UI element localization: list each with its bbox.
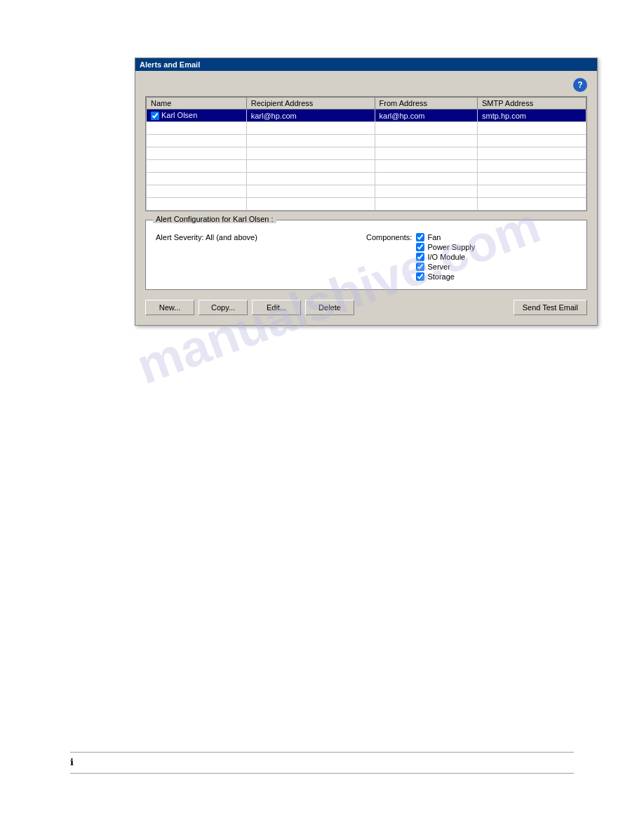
- cell-empty: [246, 185, 375, 198]
- cell-empty: [147, 173, 247, 185]
- cell-empty: [147, 135, 247, 147]
- cell-empty: [478, 147, 586, 160]
- table-header-row: Name Recipient Address From Address SMTP…: [147, 98, 586, 110]
- component-checkbox[interactable]: [416, 263, 424, 271]
- buttons-wrapper: New... Copy... Edit... Delete Send Test …: [145, 300, 587, 315]
- component-checkbox[interactable]: [416, 233, 424, 241]
- cell-empty: [147, 198, 247, 211]
- col-name: Name: [147, 98, 247, 110]
- component-label: Power Supply: [427, 243, 475, 251]
- cell-empty: [147, 122, 247, 135]
- cell-empty: [375, 160, 478, 173]
- dialog-body: ? Name Recipient Address From Address SM…: [135, 71, 597, 325]
- cell-empty: [478, 198, 586, 211]
- cell-empty: [478, 185, 586, 198]
- help-icon-row: ?: [145, 78, 587, 92]
- col-from: From Address: [375, 98, 478, 110]
- component-row: Server: [416, 263, 475, 271]
- cell-empty: [478, 122, 586, 135]
- dialog-titlebar: Alerts and Email: [135, 58, 597, 71]
- cell-recipient: karl@hp.com: [246, 110, 375, 122]
- cell-empty: [147, 185, 247, 198]
- component-label: Server: [427, 263, 450, 271]
- send-test-email-button[interactable]: Send Test Email: [514, 300, 587, 315]
- table-row-empty: [147, 185, 586, 198]
- table-row-empty: [147, 135, 586, 147]
- component-checkbox[interactable]: [416, 272, 424, 281]
- cell-empty: [375, 122, 478, 135]
- help-icon[interactable]: ?: [573, 78, 587, 92]
- table-row-empty: [147, 147, 586, 160]
- component-row: Fan: [416, 233, 475, 241]
- cell-smtp: smtp.hp.com: [478, 110, 586, 122]
- alert-severity-section: Alert Severity: All (and above): [156, 233, 366, 241]
- components-label: Components:: [366, 233, 412, 241]
- note-divider-bottom: [70, 773, 574, 774]
- cell-empty: [478, 173, 586, 185]
- alert-config-content: Alert Severity: All (and above) Componen…: [156, 227, 577, 282]
- note-content: ℹ: [70, 757, 574, 767]
- note-divider: [70, 752, 574, 753]
- note-section: ℹ: [70, 752, 574, 778]
- component-label: Fan: [427, 233, 441, 241]
- col-smtp: SMTP Address: [478, 98, 586, 110]
- cell-empty: [375, 135, 478, 147]
- component-label: Storage: [427, 272, 455, 281]
- table-row-empty: [147, 173, 586, 185]
- cell-empty: [147, 147, 247, 160]
- cell-empty: [375, 173, 478, 185]
- email-table-container: Name Recipient Address From Address SMTP…: [145, 96, 587, 211]
- component-checkbox[interactable]: [416, 253, 424, 261]
- cell-empty: [246, 173, 375, 185]
- new-button[interactable]: New...: [145, 300, 194, 315]
- cell-empty: [246, 122, 375, 135]
- table-row-empty: [147, 160, 586, 173]
- components-list: FanPower SupplyI/O ModuleServerStorage: [416, 233, 475, 282]
- col-recipient: Recipient Address: [246, 98, 375, 110]
- email-table: Name Recipient Address From Address SMTP…: [146, 97, 586, 211]
- component-row: Storage: [416, 272, 475, 281]
- cell-empty: [478, 160, 586, 173]
- table-row-empty: [147, 122, 586, 135]
- alert-severity-label: Alert Severity: All (and above): [156, 233, 257, 241]
- cell-empty: [246, 147, 375, 160]
- edit-button[interactable]: Edit...: [252, 300, 301, 315]
- cell-empty: [478, 135, 586, 147]
- note-icon: ℹ: [70, 757, 74, 767]
- cell-empty: [246, 160, 375, 173]
- component-checkbox[interactable]: [416, 243, 424, 251]
- components-inline: Components: FanPower SupplyI/O ModuleSer…: [366, 233, 577, 282]
- delete-button[interactable]: Delete: [305, 300, 354, 315]
- component-label: I/O Module: [427, 253, 465, 261]
- cell-empty: [375, 147, 478, 160]
- component-row: I/O Module: [416, 253, 475, 261]
- copy-button[interactable]: Copy...: [199, 300, 248, 315]
- dialog-title: Alerts and Email: [140, 60, 200, 69]
- components-section: Components: FanPower SupplyI/O ModuleSer…: [366, 233, 577, 282]
- buttons-row: New... Copy... Edit... Delete Send Test …: [145, 300, 587, 315]
- component-row: Power Supply: [416, 243, 475, 251]
- cell-empty: [147, 160, 247, 173]
- alert-config-box: Alert Configuration for Karl Olsen : Ale…: [145, 220, 587, 290]
- row-checkbox[interactable]: [151, 112, 159, 120]
- cell-empty: [246, 198, 375, 211]
- cell-empty: [375, 198, 478, 211]
- table-row[interactable]: Karl Olsenkarl@hp.comkarl@hp.comsmtp.hp.…: [147, 110, 586, 122]
- alerts-email-dialog: Alerts and Email ? Name Recipient Addres…: [135, 58, 598, 326]
- page-container: manualshive.com Alerts and Email ? Name …: [0, 0, 644, 834]
- alert-config-legend: Alert Configuration for Karl Olsen :: [153, 215, 276, 223]
- cell-name: Karl Olsen: [147, 110, 247, 122]
- cell-empty: [246, 135, 375, 147]
- cell-from: karl@hp.com: [375, 110, 478, 122]
- table-row-empty: [147, 198, 586, 211]
- cell-empty: [375, 185, 478, 198]
